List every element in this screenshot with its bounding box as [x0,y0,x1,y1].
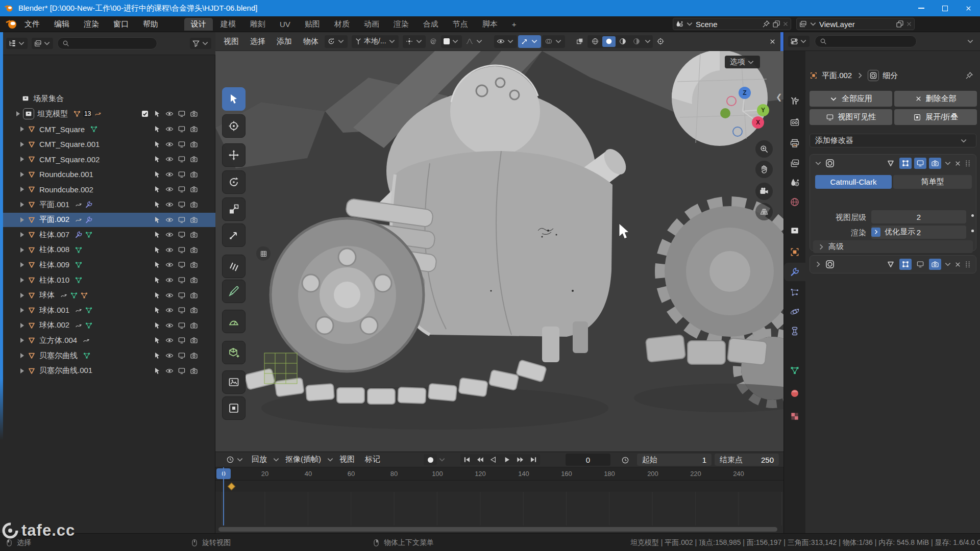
expand-icon[interactable] [16,111,20,116]
view-menu[interactable]: 视图 [334,455,360,464]
disable-render-icon[interactable] [190,231,198,239]
disable-render-icon[interactable] [190,276,198,284]
disable-viewport-icon[interactable] [178,321,186,330]
tab-world[interactable] [784,193,805,211]
hide-viewport-icon[interactable] [165,170,174,179]
selectable-icon[interactable] [153,246,161,254]
tab-render[interactable] [784,113,805,132]
expand-icon[interactable] [20,172,24,177]
show-in-render-toggle[interactable] [929,259,941,270]
disable-render-icon[interactable] [190,291,198,299]
disable-viewport-icon[interactable] [178,155,186,163]
hide-viewport-icon[interactable] [165,352,174,360]
timeline-ruler[interactable]: 2040 6080 100120 140160 180200 220240 0 [215,467,783,481]
disable-render-icon[interactable] [190,125,198,133]
object-name[interactable]: 柱体.007 [39,230,69,240]
exclude-checkbox[interactable] [141,110,149,118]
hide-viewport-icon[interactable] [165,140,174,148]
proportional-editing-toggle[interactable] [427,35,440,48]
playhead-line[interactable] [223,467,224,525]
previous-keyframe-button[interactable] [474,454,487,465]
record-button[interactable] [424,454,437,465]
expand-icon[interactable] [20,338,24,343]
axis-y-negative-handle[interactable] [720,108,730,118]
proportional-falloff-dropdown[interactable] [441,35,462,48]
perspective-toggle-button[interactable] [755,203,773,220]
tab-material[interactable] [784,384,805,403]
hide-viewport-icon[interactable] [165,201,174,209]
viewport-3d[interactable]: 视图 选择 添加 物体 本地/... [215,32,783,452]
timeline-scrollbar[interactable] [218,527,777,532]
selectable-icon[interactable] [153,185,161,193]
shading-material-button[interactable] [616,36,629,47]
selectable-icon[interactable] [153,216,161,224]
menu-edit[interactable]: 编辑 [47,19,77,29]
playback-menu[interactable]: 回放 [247,455,272,464]
overlays-dropdown[interactable] [542,35,565,48]
zoom-button[interactable] [755,140,773,158]
expand-icon[interactable] [20,247,24,253]
disable-viewport-icon[interactable] [178,306,186,314]
shading-dropdown-icon[interactable] [644,37,652,45]
object-name[interactable]: CMT_Square.001 [39,140,100,148]
delete-modifier-icon[interactable] [954,261,961,268]
expand-icon[interactable] [20,353,24,358]
disable-render-icon[interactable] [190,201,198,209]
hide-viewport-icon[interactable] [165,367,174,375]
outliner-row-object[interactable]: 贝塞尔曲线.001 [0,364,215,378]
pin-icon[interactable] [762,20,770,28]
current-frame-field[interactable]: 0 [566,454,610,466]
object-name[interactable]: 贝塞尔曲线.001 [39,366,92,375]
start-frame-field[interactable]: 起始1 [637,454,712,466]
outliner-row-object[interactable]: 柱体.010 [0,273,215,287]
selectable-icon[interactable] [153,336,161,344]
outliner-row-object[interactable]: 柱体.007 [0,228,215,242]
hide-viewport-icon[interactable] [165,321,174,330]
outliner-row-tank-collection[interactable]: 坦克模型 13 [0,107,215,121]
play-reverse-button[interactable] [487,454,500,465]
hide-viewport-icon[interactable] [165,291,174,299]
catmull-clark-tab[interactable]: Catmull-Clark [815,175,892,189]
tool-move[interactable] [222,143,246,167]
outliner-search[interactable] [57,37,157,49]
workspace-tab-animation[interactable]: 动画 [357,18,386,31]
menu-file[interactable]: 文件 [17,19,47,29]
breadcrumb-modifier[interactable]: 细分 [883,71,898,81]
tool-render-region[interactable] [222,370,246,394]
tab-constraints[interactable] [784,322,805,340]
selectable-icon[interactable] [153,140,161,148]
view-menu[interactable]: 视图 [218,37,244,46]
timeline-editor[interactable]: 回放 抠像(插帧) 视图 标记 0 起始1 结束点250 2040 6 [215,452,783,533]
workspace-tab-texture-paint[interactable]: 贴图 [298,18,327,31]
disable-render-icon[interactable] [190,261,198,269]
view-layer-name[interactable]: ViewLayer [819,20,894,29]
camera-view-button[interactable] [755,183,773,200]
expand-icon[interactable] [20,127,24,132]
object-name[interactable]: 柱体.008 [39,245,69,255]
properties-search-input[interactable] [830,37,902,46]
disable-render-icon[interactable] [190,321,198,330]
new-scene-icon[interactable] [772,20,780,28]
record-options-icon[interactable] [438,456,446,464]
disable-viewport-icon[interactable] [178,367,186,375]
view-layer-selector[interactable]: ViewLayer [796,18,915,30]
outliner-row-object[interactable]: 球体.001 [0,303,215,317]
tab-object-data[interactable] [784,361,805,380]
workspace-tab-rendering[interactable]: 渲染 [387,18,415,31]
axis-y-handle[interactable]: Y [757,104,769,116]
disable-render-icon[interactable] [190,170,198,179]
filter-dropdown[interactable] [190,38,211,49]
disable-viewport-icon[interactable] [178,246,186,254]
show-in-editmode-toggle[interactable] [899,158,912,169]
tab-modifiers[interactable] [784,263,805,281]
selectable-icon[interactable] [153,110,161,118]
shading-solid-button[interactable] [602,36,616,47]
object-name[interactable]: CMT_Square [39,125,85,134]
object-menu[interactable]: 物体 [298,37,324,46]
axis-z-negative-handle[interactable] [732,127,743,137]
workspace-tab-uv[interactable]: UV [273,18,297,30]
disable-viewport-icon[interactable] [178,170,186,179]
disable-render-icon[interactable] [190,155,198,163]
render-preview-icon[interactable] [654,35,667,48]
selectable-icon[interactable] [153,201,161,209]
